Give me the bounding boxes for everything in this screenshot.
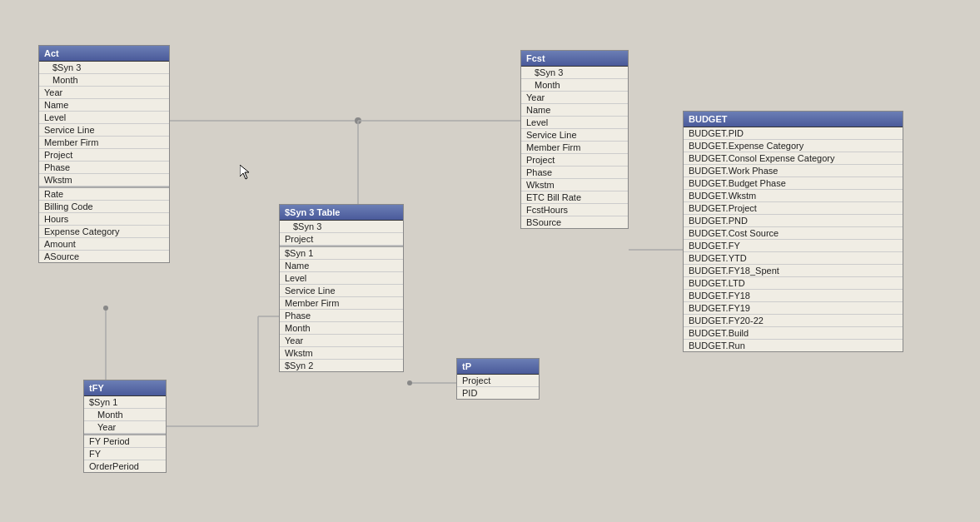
syn3-field-syn1: $Syn 1 [280, 246, 403, 260]
act-field-billingcode: Billing Code [39, 201, 169, 213]
fcst-field-year: Year [521, 92, 628, 104]
act-field-wkstm: Wkstm [39, 174, 169, 186]
svg-point-6 [103, 306, 108, 311]
budget-field-run: BUDGET.Run [684, 340, 903, 351]
syn3-field-month: Month [280, 322, 403, 335]
fcst-field-level: Level [521, 117, 628, 129]
fcst-field-etcbillrate: ETC Bill Rate [521, 191, 628, 204]
fcst-field-memberfirm: Member Firm [521, 142, 628, 154]
tp-table: tP Project PID [456, 358, 540, 400]
budget-field-fy18: BUDGET.FY18 [684, 290, 903, 302]
act-table: Act $Syn 3 Month Year Name Level Service… [38, 45, 170, 263]
act-field-level: Level [39, 112, 169, 124]
syn3-field-phase: Phase [280, 310, 403, 322]
syn3-table: $Syn 3 Table $Syn 3 Project $Syn 1 Name … [279, 204, 404, 372]
fcst-field-serviceline: Service Line [521, 129, 628, 142]
act-field-memberfirm: Member Firm [39, 137, 169, 149]
syn3-field-syn3: $Syn 3 [280, 221, 403, 233]
tfy-field-month: Month [84, 409, 166, 421]
tfy-table: tFY $Syn 1 Month Year FY Period FY Order… [83, 380, 167, 473]
budget-table: BUDGET BUDGET.PID BUDGET.Expense Categor… [683, 111, 903, 352]
syn3-field-level: Level [280, 272, 403, 285]
tfy-field-syn1: $Syn 1 [84, 396, 166, 409]
fcst-table-header: Fcst [521, 51, 628, 67]
svg-marker-13 [240, 165, 249, 179]
syn3-field-name: Name [280, 260, 403, 272]
budget-field-wkstm: BUDGET.Wkstm [684, 190, 903, 202]
act-field-name: Name [39, 99, 169, 112]
act-field-hours: Hours [39, 213, 169, 226]
tp-field-project: Project [457, 375, 539, 387]
tfy-table-header: tFY [84, 380, 166, 396]
budget-field-project: BUDGET.Project [684, 202, 903, 215]
fcst-field-bsource: BSource [521, 216, 628, 228]
fcst-field-fcsthours: FcstHours [521, 204, 628, 216]
act-field-syn3: $Syn 3 [39, 62, 169, 74]
syn3-field-wkstm: Wkstm [280, 347, 403, 360]
tfy-field-fy: FY [84, 448, 166, 460]
tfy-field-fyperiod: FY Period [84, 434, 166, 448]
syn3-table-header: $Syn 3 Table [280, 205, 403, 221]
tp-table-header: tP [457, 359, 539, 375]
budget-field-fy18spent: BUDGET.FY18_Spent [684, 265, 903, 277]
budget-field-workphase: BUDGET.Work Phase [684, 165, 903, 177]
budget-field-pnd: BUDGET.PND [684, 215, 903, 227]
fcst-field-phase: Phase [521, 167, 628, 179]
budget-field-fy2022: BUDGET.FY20-22 [684, 315, 903, 327]
fcst-field-syn3: $Syn 3 [521, 67, 628, 79]
budget-field-budgetphase: BUDGET.Budget Phase [684, 177, 903, 190]
budget-field-ltd: BUDGET.LTD [684, 277, 903, 290]
syn3-field-serviceline: Service Line [280, 285, 403, 297]
act-field-phase: Phase [39, 162, 169, 174]
budget-field-consolexpensecategory: BUDGET.Consol Expense Category [684, 152, 903, 165]
budget-field-fy19: BUDGET.FY19 [684, 302, 903, 315]
act-field-expensecategory: Expense Category [39, 226, 169, 238]
fcst-table: Fcst $Syn 3 Month Year Name Level Servic… [520, 50, 629, 229]
budget-field-build: BUDGET.Build [684, 327, 903, 340]
diagram-canvas: Act $Syn 3 Month Year Name Level Service… [0, 0, 980, 522]
budget-field-fy: BUDGET.FY [684, 240, 903, 252]
act-field-asource: ASource [39, 251, 169, 262]
fcst-field-name: Name [521, 104, 628, 117]
fcst-field-month: Month [521, 79, 628, 92]
syn3-field-memberfirm: Member Firm [280, 297, 403, 310]
act-field-project: Project [39, 149, 169, 162]
act-field-rate: Rate [39, 186, 169, 201]
act-table-header: Act [39, 46, 169, 62]
budget-field-pid: BUDGET.PID [684, 127, 903, 140]
syn3-field-syn2: $Syn 2 [280, 360, 403, 371]
mouse-cursor [240, 165, 251, 180]
tp-field-pid: PID [457, 387, 539, 399]
syn3-field-year: Year [280, 335, 403, 347]
act-field-serviceline: Service Line [39, 124, 169, 137]
fcst-field-wkstm: Wkstm [521, 179, 628, 191]
tfy-field-year: Year [84, 421, 166, 434]
budget-field-expensecategory: BUDGET.Expense Category [684, 140, 903, 152]
budget-field-ytd: BUDGET.YTD [684, 252, 903, 265]
act-field-amount: Amount [39, 238, 169, 251]
budget-table-header: BUDGET [684, 112, 903, 127]
act-field-year: Year [39, 87, 169, 99]
syn3-field-project: Project [280, 233, 403, 246]
act-field-month: Month [39, 74, 169, 87]
tfy-field-orderperiod: OrderPeriod [84, 460, 166, 472]
svg-point-1 [355, 117, 361, 124]
svg-point-11 [407, 380, 412, 385]
budget-field-costsource: BUDGET.Cost Source [684, 227, 903, 240]
fcst-field-project: Project [521, 154, 628, 167]
